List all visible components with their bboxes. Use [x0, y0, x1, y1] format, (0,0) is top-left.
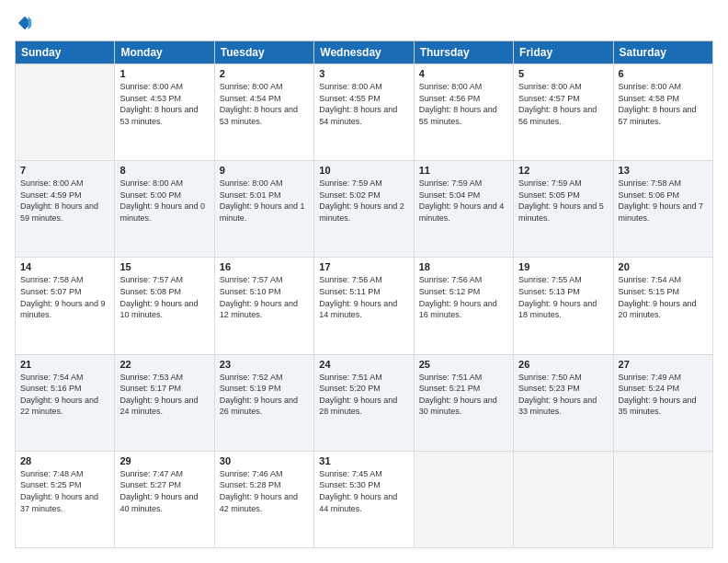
calendar-cell: 16Sunrise: 7:57 AMSunset: 5:10 PMDayligh…	[214, 258, 313, 354]
day-info: Sunrise: 7:54 AMSunset: 5:16 PMDaylight:…	[20, 372, 109, 418]
calendar-week-row: 14Sunrise: 7:58 AMSunset: 5:07 PMDayligh…	[16, 258, 713, 354]
calendar-cell: 29Sunrise: 7:47 AMSunset: 5:27 PMDayligh…	[115, 451, 214, 547]
column-header-thursday: Thursday	[414, 41, 513, 64]
calendar-cell: 21Sunrise: 7:54 AMSunset: 5:16 PMDayligh…	[16, 354, 115, 451]
logo-icon	[17, 15, 33, 31]
day-info: Sunrise: 8:00 AMSunset: 5:00 PMDaylight:…	[119, 178, 209, 224]
day-info: Sunrise: 7:56 AMSunset: 5:12 PMDaylight:…	[419, 274, 508, 320]
calendar-cell: 5Sunrise: 8:00 AMSunset: 4:57 PMDaylight…	[514, 64, 613, 161]
day-info: Sunrise: 7:52 AMSunset: 5:19 PMDaylight:…	[220, 372, 309, 418]
day-info: Sunrise: 7:59 AMSunset: 5:02 PMDaylight:…	[319, 178, 408, 224]
day-info: Sunrise: 7:54 AMSunset: 5:15 PMDaylight:…	[619, 274, 708, 320]
day-info: Sunrise: 7:57 AMSunset: 5:08 PMDaylight:…	[119, 274, 209, 320]
day-number: 29	[119, 455, 209, 466]
day-number: 13	[619, 165, 708, 176]
day-number: 8	[119, 165, 209, 176]
calendar-cell: 24Sunrise: 7:51 AMSunset: 5:20 PMDayligh…	[314, 354, 414, 451]
calendar-cell: 11Sunrise: 7:59 AMSunset: 5:04 PMDayligh…	[414, 161, 513, 258]
column-header-wednesday: Wednesday	[314, 41, 414, 64]
calendar-week-row: 1Sunrise: 8:00 AMSunset: 4:53 PMDaylight…	[16, 64, 713, 161]
calendar-week-row: 28Sunrise: 7:48 AMSunset: 5:25 PMDayligh…	[16, 451, 713, 547]
day-info: Sunrise: 7:57 AMSunset: 5:10 PMDaylight:…	[220, 274, 309, 320]
day-info: Sunrise: 7:59 AMSunset: 5:05 PMDaylight:…	[518, 178, 608, 224]
day-info: Sunrise: 8:00 AMSunset: 4:59 PMDaylight:…	[20, 178, 109, 224]
day-number: 31	[319, 455, 408, 466]
day-number: 10	[319, 165, 408, 176]
day-info: Sunrise: 7:51 AMSunset: 5:20 PMDaylight:…	[319, 372, 408, 418]
svg-marker-1	[28, 17, 32, 29]
calendar-week-row: 7Sunrise: 8:00 AMSunset: 4:59 PMDaylight…	[16, 161, 713, 258]
calendar-cell: 27Sunrise: 7:49 AMSunset: 5:24 PMDayligh…	[613, 354, 712, 451]
calendar-cell: 23Sunrise: 7:52 AMSunset: 5:19 PMDayligh…	[214, 354, 313, 451]
day-info: Sunrise: 7:58 AMSunset: 5:06 PMDaylight:…	[619, 178, 708, 224]
day-number: 9	[220, 165, 309, 176]
calendar-cell: 10Sunrise: 7:59 AMSunset: 5:02 PMDayligh…	[314, 161, 414, 258]
day-number: 12	[518, 165, 608, 176]
day-number: 20	[619, 261, 708, 272]
day-info: Sunrise: 7:46 AMSunset: 5:28 PMDaylight:…	[220, 468, 309, 514]
column-header-friday: Friday	[514, 41, 613, 64]
day-info: Sunrise: 8:00 AMSunset: 4:53 PMDaylight:…	[119, 81, 209, 127]
calendar-week-row: 21Sunrise: 7:54 AMSunset: 5:16 PMDayligh…	[16, 354, 713, 451]
day-info: Sunrise: 8:00 AMSunset: 4:58 PMDaylight:…	[619, 81, 708, 127]
day-number: 23	[220, 359, 309, 370]
logo-text	[15, 15, 33, 31]
day-number: 16	[220, 261, 309, 272]
page: SundayMondayTuesdayWednesdayThursdayFrid…	[0, 0, 728, 563]
calendar-cell: 6Sunrise: 8:00 AMSunset: 4:58 PMDaylight…	[613, 64, 712, 161]
day-info: Sunrise: 8:00 AMSunset: 4:54 PMDaylight:…	[220, 81, 309, 127]
day-info: Sunrise: 7:55 AMSunset: 5:13 PMDaylight:…	[518, 274, 608, 320]
calendar-header-row: SundayMondayTuesdayWednesdayThursdayFrid…	[16, 41, 713, 64]
calendar-cell: 15Sunrise: 7:57 AMSunset: 5:08 PMDayligh…	[115, 258, 214, 354]
calendar-cell: 20Sunrise: 7:54 AMSunset: 5:15 PMDayligh…	[613, 258, 712, 354]
day-number: 22	[119, 359, 209, 370]
day-number: 5	[518, 68, 608, 79]
day-info: Sunrise: 7:56 AMSunset: 5:11 PMDaylight:…	[319, 274, 408, 320]
day-number: 7	[20, 165, 109, 176]
day-number: 30	[220, 455, 309, 466]
day-number: 19	[518, 261, 608, 272]
day-number: 15	[119, 261, 209, 272]
column-header-tuesday: Tuesday	[214, 41, 313, 64]
day-info: Sunrise: 7:48 AMSunset: 5:25 PMDaylight:…	[20, 468, 109, 514]
calendar-cell	[613, 451, 712, 547]
calendar-cell: 4Sunrise: 8:00 AMSunset: 4:56 PMDaylight…	[414, 64, 513, 161]
calendar-cell: 3Sunrise: 8:00 AMSunset: 4:55 PMDaylight…	[314, 64, 414, 161]
calendar-cell	[16, 64, 115, 161]
day-number: 1	[119, 68, 209, 79]
calendar-cell: 19Sunrise: 7:55 AMSunset: 5:13 PMDayligh…	[514, 258, 613, 354]
calendar-cell: 7Sunrise: 8:00 AMSunset: 4:59 PMDaylight…	[16, 161, 115, 258]
calendar-cell: 9Sunrise: 8:00 AMSunset: 5:01 PMDaylight…	[214, 161, 313, 258]
day-number: 24	[319, 359, 408, 370]
calendar-cell: 22Sunrise: 7:53 AMSunset: 5:17 PMDayligh…	[115, 354, 214, 451]
column-header-saturday: Saturday	[613, 41, 712, 64]
logo	[15, 15, 33, 31]
day-number: 21	[20, 359, 109, 370]
day-info: Sunrise: 7:49 AMSunset: 5:24 PMDaylight:…	[619, 372, 708, 418]
calendar-cell: 17Sunrise: 7:56 AMSunset: 5:11 PMDayligh…	[314, 258, 414, 354]
calendar-cell: 14Sunrise: 7:58 AMSunset: 5:07 PMDayligh…	[16, 258, 115, 354]
calendar-cell	[414, 451, 513, 547]
day-info: Sunrise: 8:00 AMSunset: 5:01 PMDaylight:…	[220, 178, 309, 224]
day-number: 6	[619, 68, 708, 79]
calendar-cell: 8Sunrise: 8:00 AMSunset: 5:00 PMDaylight…	[115, 161, 214, 258]
day-info: Sunrise: 7:50 AMSunset: 5:23 PMDaylight:…	[518, 372, 608, 418]
day-number: 3	[319, 68, 408, 79]
day-number: 28	[20, 455, 109, 466]
header	[15, 15, 713, 31]
calendar-cell: 25Sunrise: 7:51 AMSunset: 5:21 PMDayligh…	[414, 354, 513, 451]
calendar-cell: 1Sunrise: 8:00 AMSunset: 4:53 PMDaylight…	[115, 64, 214, 161]
calendar-table: SundayMondayTuesdayWednesdayThursdayFrid…	[15, 40, 713, 548]
day-info: Sunrise: 7:53 AMSunset: 5:17 PMDaylight:…	[119, 372, 209, 418]
day-number: 4	[419, 68, 508, 79]
day-info: Sunrise: 7:51 AMSunset: 5:21 PMDaylight:…	[419, 372, 508, 418]
day-info: Sunrise: 7:59 AMSunset: 5:04 PMDaylight:…	[419, 178, 508, 224]
day-number: 14	[20, 261, 109, 272]
day-number: 17	[319, 261, 408, 272]
day-info: Sunrise: 7:47 AMSunset: 5:27 PMDaylight:…	[119, 468, 209, 514]
day-number: 26	[518, 359, 608, 370]
day-info: Sunrise: 8:00 AMSunset: 4:57 PMDaylight:…	[518, 81, 608, 127]
calendar-cell: 30Sunrise: 7:46 AMSunset: 5:28 PMDayligh…	[214, 451, 313, 547]
day-info: Sunrise: 7:45 AMSunset: 5:30 PMDaylight:…	[319, 468, 408, 514]
calendar-cell: 13Sunrise: 7:58 AMSunset: 5:06 PMDayligh…	[613, 161, 712, 258]
